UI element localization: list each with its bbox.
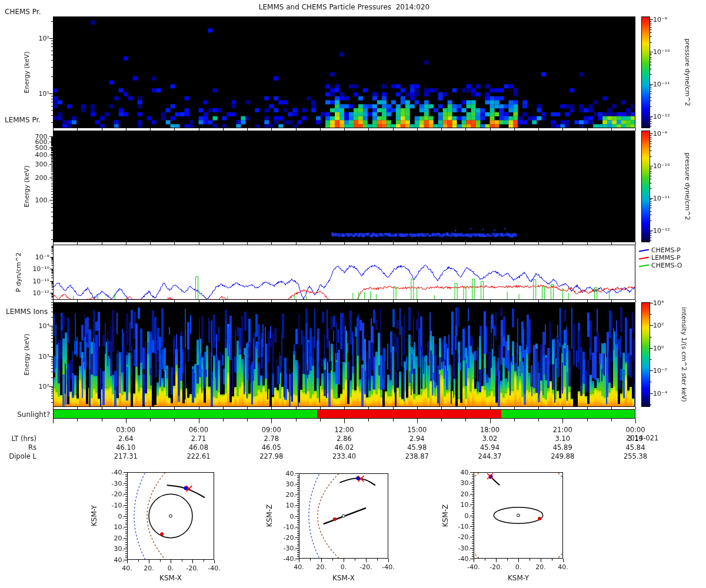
orbit-yz-xlabel: KSM-Y [508, 574, 529, 582]
legend-line-chems-o [639, 264, 649, 267]
p1-ytick-label: 10² [39, 35, 49, 41]
orbit-ytick-label: 10. [114, 524, 125, 530]
rs-value: 45.89 [553, 445, 572, 452]
legend-item-lemms-p: LEMMS-P [639, 254, 682, 262]
p1-ylabel: Energy (keV) [24, 52, 30, 93]
orbit-ytick-label: 0. [118, 513, 125, 519]
colorbar-tick-label: 10⁰ [653, 345, 664, 351]
row-label-rs: Rs [5, 445, 36, 452]
p2-ytick-label: 300. [35, 161, 50, 168]
lt-value: 3.19 [628, 436, 643, 443]
orbit-ytick-label: -40. [284, 556, 296, 562]
orbit-xtick-label: 20. [316, 564, 327, 570]
colorbar-tick-label: 10⁻⁹ [653, 16, 667, 23]
dipole-l-value: 249.88 [551, 453, 574, 460]
legend-item-chems-p: CHEMS-P [639, 246, 682, 254]
orbit-ytick-label: 40. [114, 557, 125, 563]
orbit-xz-xlabel: KSM-X [332, 574, 355, 582]
colorbar-tick-label: 10⁻¹² [653, 113, 670, 119]
orbit-ytick-label: -20. [112, 491, 124, 497]
orbit-xtick-label: 0. [168, 565, 174, 572]
orbit-ytick-label: 0. [290, 513, 297, 519]
legend-item-chems-o: CHEMS-O [639, 262, 682, 269]
rs-value: 46.10 [116, 445, 135, 452]
orbit-ytick-label: -10. [284, 523, 296, 530]
rs-value: 45.98 [407, 445, 427, 452]
p2-ytick-label: 500. [35, 144, 50, 151]
orbit-yz-ylabel: KSM-Z [442, 505, 449, 527]
colorbar-tick-label: 10⁻¹⁰ [653, 163, 670, 169]
lt-value: 2.86 [337, 436, 352, 443]
rs-value: 45.84 [626, 445, 645, 452]
orbit-ytick-label: 40. [461, 469, 471, 476]
orbit-ytick-label: -30. [284, 544, 296, 551]
p3-ylabel: P dyn/cm^2 [15, 252, 22, 292]
dipole-l-value: 255.38 [624, 453, 647, 460]
lt-value: 2.94 [409, 436, 425, 443]
p4-ytick-label: 10⁴ [39, 323, 49, 329]
colorbar-tick-label: 10⁻¹¹ [653, 81, 670, 87]
orbit-ytick-label: -40. [112, 469, 124, 476]
cb2-label: pressure dyne/cm^2 [684, 153, 691, 220]
time-tick-label: 09:00 [262, 427, 281, 434]
chart-title: LEMMS and CHEMS Particle Pressures 2014:… [53, 3, 635, 11]
time-tick-label: 03:00 [116, 427, 135, 434]
p3-ytick-label: 10⁻¹² [32, 289, 49, 296]
orbit-ytick-label: 0. [465, 512, 471, 519]
sunlight-label: Sunlight? [5, 411, 50, 418]
p1-ytick-label: 10¹ [39, 90, 49, 96]
colorbar-tick-label: 10⁻¹¹ [653, 195, 670, 201]
orbit-ytick-label: 30. [286, 481, 297, 487]
orbit-xtick-label: 20. [144, 565, 154, 572]
lt-value: 2.64 [118, 436, 134, 443]
dipole-l-value: 233.40 [332, 453, 356, 460]
orbit-ytick-label: -10. [458, 523, 471, 529]
colorbar-tick-label: 10⁴ [653, 299, 664, 306]
p3-ytick-label: 10⁻¹⁰ [32, 266, 49, 272]
orbit-xy-xlabel: KSM-X [159, 574, 182, 582]
colorbar-tick-label: 10⁻⁹ [653, 131, 667, 137]
legend-label-chems-p: CHEMS-P [651, 246, 681, 254]
colorbar-tick-label: 10² [653, 322, 664, 329]
colorbar-tick-label: 10⁻² [653, 368, 667, 374]
orbit-ytick-label: 40. [286, 470, 297, 477]
orbit-ytick-label: 20. [286, 492, 297, 498]
time-tick-label: 18:00 [480, 427, 499, 434]
time-tick-label: 21:00 [553, 427, 572, 434]
orbit-xtick-label: -20. [186, 565, 198, 572]
orbit-ytick-label: 30. [461, 480, 471, 486]
panel-label-lemms-ions: LEMMS Ions [6, 308, 48, 315]
orbit-xtick-label: -40. [208, 565, 220, 572]
orbit-ytick-label: 10. [286, 502, 297, 509]
row-label-dipole-l: Dipole L [5, 453, 36, 460]
rs-value: 46.02 [335, 445, 354, 452]
p3-ytick-label: 10⁻¹¹ [32, 278, 49, 284]
legend-label-chems-o: CHEMS-O [651, 262, 682, 269]
orbit-xtick-label: 40. [122, 565, 132, 572]
orbit-xtick-label: 20. [535, 564, 546, 570]
panel-label-lemms-pressure: LEMMS Pr. [5, 116, 41, 123]
p4-ytick-label: 10³ [39, 353, 49, 359]
time-tick-label: 06:00 [189, 427, 208, 434]
sunlight-segment-lit [501, 410, 635, 418]
time-tick-label: 12:00 [334, 427, 354, 434]
dipole-l-value: 217.31 [114, 453, 138, 460]
p3-ytick-label: 10⁻⁹ [35, 253, 49, 260]
orbit-xtick-label: -20. [359, 564, 372, 570]
plot-page: LEMMS and CHEMS Particle Pressures 2014:… [0, 0, 706, 588]
orbit-xtick-label: -20. [489, 564, 502, 570]
dipole-l-value: 227.98 [259, 453, 283, 460]
lt-value: 2.71 [191, 436, 207, 443]
p2-ytick-label: 100. [35, 197, 50, 203]
legend-line-lemms-p [639, 256, 649, 259]
orbit-ytick-label: 30. [114, 546, 125, 552]
row-label-lt: LT (hrs) [5, 436, 36, 443]
orbit-ytick-label: -20. [284, 534, 296, 540]
orbit-ytick-label: 20. [114, 534, 125, 541]
orbit-xy-ylabel: KSM-Y [91, 505, 98, 526]
p2-ytick-label: 200. [35, 174, 50, 181]
rs-value: 46.05 [262, 445, 281, 452]
orbit-xz-ylabel: KSM-Z [266, 505, 273, 527]
pressure-legend: CHEMS-P LEMMS-P CHEMS-O [639, 246, 682, 269]
p2-ytick-label: 400. [35, 152, 50, 158]
